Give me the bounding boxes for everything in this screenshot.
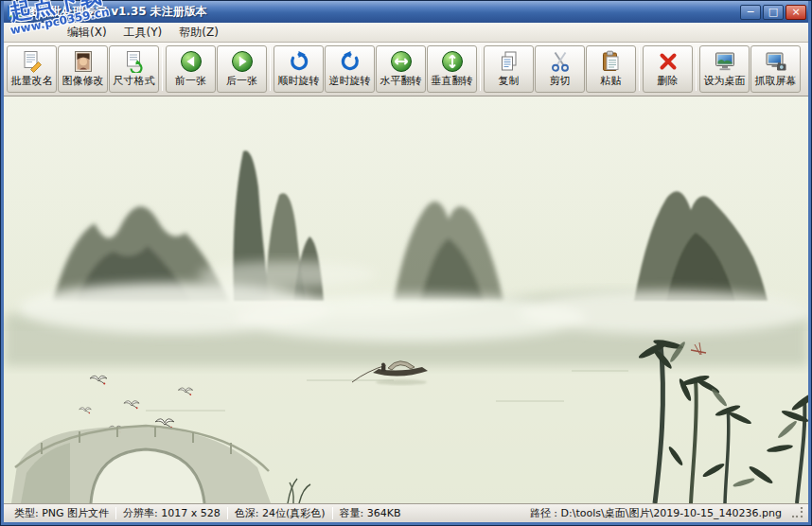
paste-icon	[599, 50, 624, 73]
maximize-button[interactable]: □	[763, 5, 784, 20]
toolbar-button-rotate-cw[interactable]: 顺时旋转	[274, 45, 324, 93]
status-color-depth: 色深: 24位(真彩色)	[228, 506, 332, 520]
toolbar-button-flip-horizontal[interactable]: 水平翻转	[376, 45, 426, 93]
flip-horizontal-icon	[389, 50, 414, 73]
toolbar-button-delete[interactable]: 删除	[643, 45, 693, 93]
next-icon	[230, 50, 255, 73]
app-window: 起点下载 www.pc0359.cn 图像批处理专家 v1.35 未注册版本 −…	[0, 0, 812, 526]
toolbar-button-flip-vertical[interactable]: 垂直翻转	[427, 45, 477, 93]
status-resolution: 分辨率: 1017 x 528	[116, 506, 227, 520]
copy-icon	[497, 50, 521, 73]
image-canvas	[4, 96, 808, 503]
toolbar-button-cut[interactable]: 剪切	[535, 45, 585, 93]
toolbar-button-next[interactable]: 后一张	[217, 45, 267, 93]
size-format-icon	[122, 50, 147, 73]
toolbar-button-set-desktop[interactable]: 设为桌面	[699, 45, 750, 93]
menu-item-edit[interactable]: 编辑(X)	[59, 23, 115, 43]
toolbar-separator	[696, 47, 697, 91]
capture-screen-icon	[764, 50, 788, 73]
rotate-ccw-icon	[338, 50, 362, 73]
delete-icon	[656, 50, 680, 73]
batch-rename-icon	[20, 50, 44, 73]
cut-icon	[548, 50, 573, 73]
menu-item-tools[interactable]: 工具(Y)	[115, 23, 171, 43]
previous-icon	[179, 50, 203, 73]
titlebar[interactable]: 图像批处理专家 v1.35 未注册版本 − □ ×	[4, 1, 808, 23]
statusbar: 类型: PNG 图片文件 分辨率: 1017 x 528 色深: 24位(真彩色…	[4, 503, 808, 522]
toolbar-button-capture-screen[interactable]: 抓取屏幕	[750, 45, 801, 93]
set-desktop-icon	[713, 50, 737, 73]
app-icon	[8, 5, 23, 20]
toolbar-button-rotate-ccw[interactable]: 逆时旋转	[325, 45, 375, 93]
rotate-cw-icon	[287, 50, 311, 73]
resize-grip[interactable]	[792, 507, 804, 519]
close-button[interactable]: ×	[786, 5, 806, 20]
toolbar-button-image-edit[interactable]: 图像修改	[58, 45, 108, 93]
menubar: 编辑(X) 工具(Y) 帮助(Z)	[4, 23, 808, 43]
status-file-path: 路径 : D:\tools\桌面\图片\2019-10-15_140236.pn…	[523, 506, 788, 520]
toolbar-separator	[270, 47, 271, 91]
menu-item-help[interactable]: 帮助(Z)	[170, 23, 227, 43]
toolbar-separator	[480, 47, 481, 91]
toolbar-button-copy[interactable]: 复制	[484, 45, 534, 93]
minimize-button[interactable]: −	[740, 5, 761, 20]
flip-vertical-icon	[440, 50, 465, 73]
status-file-size: 容量: 364KB	[333, 506, 408, 520]
toolbar: 批量改名 图像修改 尺寸格式 前一张 后一张	[4, 43, 808, 96]
landscape-painting	[4, 96, 808, 503]
toolbar-separator	[162, 47, 163, 91]
window-title: 图像批处理专家 v1.35 未注册版本	[27, 4, 738, 20]
image-edit-icon	[71, 50, 96, 73]
toolbar-button-size-format[interactable]: 尺寸格式	[109, 45, 159, 93]
status-file-type: 类型: PNG 图片文件	[8, 506, 115, 520]
toolbar-button-previous[interactable]: 前一张	[166, 45, 216, 93]
toolbar-separator	[639, 47, 640, 91]
toolbar-button-paste[interactable]: 粘贴	[586, 45, 636, 93]
toolbar-button-batch-rename[interactable]: 批量改名	[7, 45, 57, 93]
